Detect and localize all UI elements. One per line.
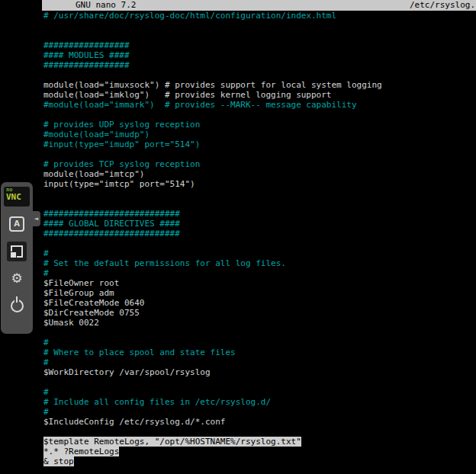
editor-line bbox=[43, 377, 476, 387]
editor-line: ########################### bbox=[43, 229, 476, 239]
editor-line bbox=[43, 427, 476, 437]
editor-line bbox=[43, 189, 476, 199]
nano-app-title: GNU nano 7.2 bbox=[76, 0, 136, 10]
clipboard-icon: A bbox=[9, 216, 24, 232]
editor-line bbox=[43, 110, 476, 120]
editor-line bbox=[43, 30, 476, 40]
editor-line: ################# bbox=[43, 40, 476, 50]
editor-line: # bbox=[43, 248, 476, 258]
editor-line: $DirCreateMode 0755 bbox=[43, 308, 476, 318]
editor-line: $template RemoteLogs, "/opt/%HOSTNAME%/r… bbox=[43, 437, 476, 447]
editor-line bbox=[43, 328, 476, 338]
editor-line: # provides UDP syslog reception bbox=[43, 120, 476, 130]
control-bar-handle[interactable]: ◄ bbox=[32, 211, 40, 226]
editor-line bbox=[43, 21, 476, 30]
editor-lines[interactable]: # /usr/share/doc/rsyslog-doc/html/config… bbox=[42, 11, 476, 466]
editor-line: # Include all config files in /etc/rsysl… bbox=[43, 397, 476, 407]
nano-title-bar: GNU nano 7.2 /etc/rsyslog. bbox=[42, 0, 476, 11]
editor-line: input(type="imtcp" port="514") bbox=[43, 179, 476, 189]
editor-line: # bbox=[43, 357, 476, 367]
editor-line: # Set the default permissions for all lo… bbox=[43, 258, 476, 268]
fullscreen-button[interactable] bbox=[7, 242, 27, 261]
editor-line: #module(load="imudp") bbox=[43, 130, 476, 139]
editor-line: $FileOwner root bbox=[43, 278, 476, 288]
editor-line: #input(type="imudp" port="514") bbox=[43, 139, 476, 149]
vnc-control-bar: no VNC ◄ A ⚙ bbox=[1, 182, 33, 334]
editor-line: # bbox=[43, 387, 476, 397]
fullscreen-icon bbox=[11, 245, 23, 258]
editor-line: # Where to place spool and state files bbox=[43, 347, 476, 357]
settings-button[interactable]: ⚙ bbox=[7, 268, 27, 288]
editor-line: $WorkDirectory /var/spool/rsyslog bbox=[43, 367, 476, 377]
editor-line bbox=[43, 149, 476, 159]
editor-line: #### GLOBAL DIRECTIVES #### bbox=[43, 219, 476, 229]
editor-line: *.* ?RemoteLogs bbox=[43, 447, 476, 456]
novnc-logo-main-text: VNC bbox=[6, 193, 30, 202]
clipboard-button[interactable]: A bbox=[7, 214, 27, 234]
power-icon bbox=[11, 299, 24, 312]
editor-line: $FileCreateMode 0640 bbox=[43, 298, 476, 308]
editor-line: # bbox=[43, 268, 476, 278]
editor-line: # bbox=[43, 338, 476, 347]
editor-line: module(load="imtcp") bbox=[43, 169, 476, 179]
terminal-window[interactable]: GNU nano 7.2 /etc/rsyslog. # /usr/share/… bbox=[42, 0, 476, 474]
editor-line: #### MODULES #### bbox=[43, 50, 476, 60]
editor-line: # bbox=[43, 407, 476, 417]
editor-line: # /usr/share/doc/rsyslog-doc/html/config… bbox=[43, 11, 476, 21]
power-button[interactable] bbox=[7, 295, 27, 315]
editor-line: $FileGroup adm bbox=[43, 288, 476, 298]
editor-line: $IncludeConfig /etc/rsyslog.d/*.conf bbox=[43, 417, 476, 427]
gear-icon: ⚙ bbox=[11, 272, 22, 285]
editor-line bbox=[43, 70, 476, 80]
editor-line bbox=[43, 239, 476, 248]
editor-line: module(load="imuxsock") # provides suppo… bbox=[43, 80, 476, 90]
editor-line bbox=[43, 199, 476, 209]
novnc-logo: no VNC bbox=[4, 187, 30, 207]
editor-line: module(load="imklog") # provides kernel … bbox=[43, 90, 476, 100]
editor-line: # provides TCP syslog reception bbox=[43, 159, 476, 169]
editor-line: ########################### bbox=[43, 209, 476, 219]
editor-line: #module(load="immark") # provides --MARK… bbox=[43, 100, 476, 110]
nano-filename: /etc/rsyslog. bbox=[410, 0, 475, 11]
editor-line: $Umask 0022 bbox=[43, 318, 476, 328]
editor-line: & stop bbox=[43, 456, 476, 466]
editor-line: ################# bbox=[43, 60, 476, 70]
